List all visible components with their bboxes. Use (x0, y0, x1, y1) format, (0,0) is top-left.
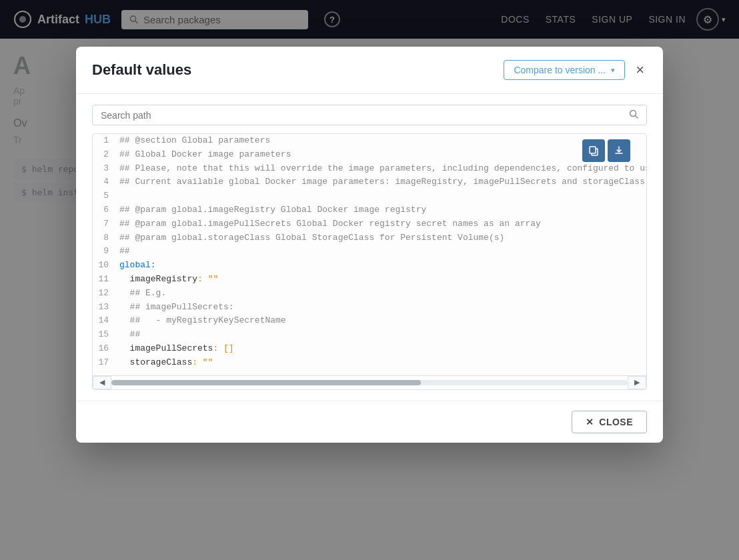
line-code: imagePullSecrets: [] (119, 342, 646, 356)
line-code: ## @param global.imageRegistry Global Do… (119, 203, 646, 217)
line-number: 11 (93, 273, 119, 287)
line-number: 10 (93, 259, 119, 273)
line-number: 1 (93, 134, 119, 148)
code-line-row: 13 ## imagePullSecrets: (93, 301, 646, 315)
svg-rect-7 (590, 147, 596, 153)
modal-overlay: Default values Compare to version ... ▾ … (0, 0, 739, 560)
line-number: 9 (93, 245, 119, 259)
code-line-row: 12 ## E.g. (93, 287, 646, 301)
line-number: 16 (93, 342, 119, 356)
search-path-icon (629, 109, 638, 121)
copy-icon (588, 145, 599, 156)
line-number: 14 (93, 314, 119, 328)
code-scroll-area[interactable]: 1## @section Global parameters2## Global… (93, 134, 646, 375)
line-number: 2 (93, 148, 119, 162)
line-code: ## Global Docker image parameters (119, 148, 646, 162)
code-toolbar (582, 139, 630, 162)
code-line-row: 1## @section Global parameters (93, 134, 646, 148)
scroll-left-arrow[interactable]: ◀ (93, 376, 111, 389)
close-x-icon: ✕ (586, 417, 594, 427)
download-code-button[interactable] (608, 139, 630, 162)
line-code: imageRegistry: "" (119, 273, 646, 287)
modal-header: Default values Compare to version ... ▾ … (76, 47, 663, 94)
line-code (119, 189, 646, 203)
code-line-row: 5 (93, 189, 646, 203)
line-code: ## @param global.imagePullSecrets Global… (119, 217, 646, 231)
code-line-row: 16 imagePullSecrets: [] (93, 342, 646, 356)
compare-btn-label: Compare to version ... (514, 65, 606, 75)
line-code: ## - myRegistryKeySecretName (119, 314, 646, 328)
code-line-row: 10global: (93, 259, 646, 273)
line-code: ## (119, 328, 646, 342)
line-code: storageClass: "" (119, 356, 646, 370)
code-line-row: 15 ## (93, 328, 646, 342)
compare-to-version-button[interactable]: Compare to version ... ▾ (504, 60, 625, 80)
code-line-row: 6## @param global.imageRegistry Global D… (93, 203, 646, 217)
line-code: global: (119, 259, 646, 273)
line-code: ## Current available global Docker image… (119, 175, 646, 189)
modal-footer: ✕ CLOSE (76, 401, 663, 443)
copy-code-button[interactable] (582, 139, 605, 162)
code-line-row: 7## @param global.imagePullSecrets Globa… (93, 217, 646, 231)
code-container: 1## @section Global parameters2## Global… (92, 133, 647, 390)
code-line-row: 9## (93, 245, 646, 259)
modal-body: 1## @section Global parameters2## Global… (76, 94, 663, 401)
line-code: ## @param global.storageClass Global Sto… (119, 231, 646, 245)
search-path-input[interactable] (101, 110, 624, 121)
code-line-row: 11 imageRegistry: "" (93, 273, 646, 287)
modal-title: Default values (92, 61, 191, 79)
compare-chevron-icon: ▾ (611, 66, 615, 75)
modal-close-x-button[interactable]: × (633, 61, 647, 79)
code-line-row: 8## @param global.storageClass Global St… (93, 231, 646, 245)
line-number: 12 (93, 287, 119, 301)
scroll-thumb (111, 380, 421, 385)
line-code: ## E.g. (119, 287, 646, 301)
line-code: ## @section Global parameters (119, 134, 646, 148)
line-number: 3 (93, 162, 119, 176)
search-path-container[interactable] (92, 105, 647, 125)
modal-header-actions: Compare to version ... ▾ × (504, 60, 647, 80)
code-line-row: 14 ## - myRegistryKeySecretName (93, 314, 646, 328)
code-line-row: 2## Global Docker image parameters (93, 148, 646, 162)
line-code: ## Please, note that this will override … (119, 162, 646, 176)
default-values-modal: Default values Compare to version ... ▾ … (76, 47, 663, 443)
scroll-right-arrow[interactable]: ▶ (628, 376, 646, 389)
line-number: 8 (93, 231, 119, 245)
line-number: 15 (93, 328, 119, 342)
line-number: 6 (93, 203, 119, 217)
horizontal-scrollbar[interactable]: ◀ ▶ (93, 375, 646, 389)
line-number: 5 (93, 189, 119, 203)
code-line-row: 17 storageClass: "" (93, 356, 646, 370)
line-number: 13 (93, 301, 119, 315)
code-line-row: 4## Current available global Docker imag… (93, 175, 646, 189)
close-button[interactable]: ✕ CLOSE (572, 411, 647, 433)
code-table: 1## @section Global parameters2## Global… (93, 134, 646, 370)
svg-line-5 (636, 116, 638, 119)
line-number: 7 (93, 217, 119, 231)
scroll-track[interactable] (111, 380, 628, 385)
line-number: 4 (93, 175, 119, 189)
line-code: ## imagePullSecrets: (119, 301, 646, 315)
line-code: ## (119, 245, 646, 259)
code-line-row: 3## Please, note that this will override… (93, 162, 646, 176)
line-number: 17 (93, 356, 119, 370)
close-label: CLOSE (599, 417, 633, 427)
download-icon (614, 145, 624, 156)
